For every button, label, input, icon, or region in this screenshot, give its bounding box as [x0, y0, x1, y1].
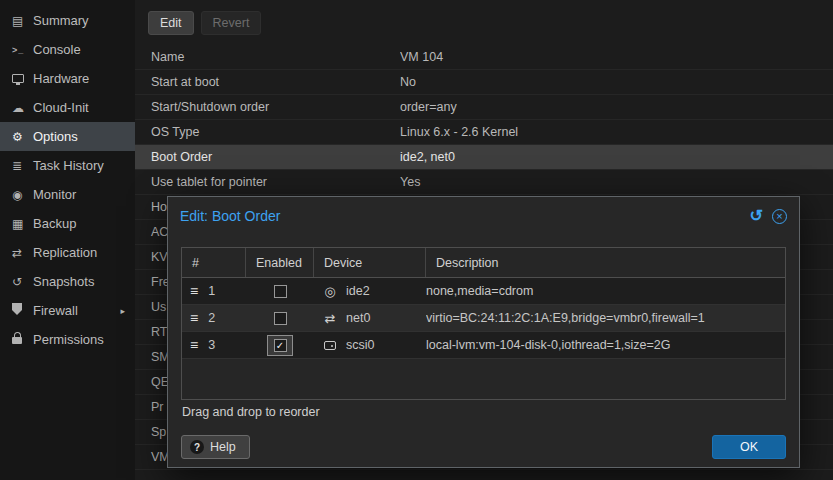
sidebar-item-firewall[interactable]: Firewall ▸: [0, 296, 135, 325]
edit-boot-order-dialog: Edit: Boot Order ↺ × # Enabled Device De…: [167, 196, 800, 468]
disk-icon: [322, 338, 338, 353]
option-name: Boot Order: [135, 150, 400, 164]
help-button-label: Help: [210, 440, 236, 454]
sidebar-item-options[interactable]: ⚙ Options: [0, 122, 135, 151]
sidebar-item-label: Snapshots: [33, 274, 94, 289]
vm-options-page: ▤ Summary >_ Console Hardware ☁ Cloud-In…: [0, 0, 833, 480]
sidebar-item-replication[interactable]: ⇄ Replication: [0, 238, 135, 267]
sidebar-item-label: Firewall: [33, 303, 78, 318]
sidebar-item-task-history[interactable]: ≣ Task History: [0, 151, 135, 180]
drag-handle-icon[interactable]: ≡: [190, 284, 198, 298]
device-description: virtio=BC:24:11:2C:1A:E9,bridge=vmbr0,fi…: [426, 305, 785, 331]
sidebar-item-permissions[interactable]: Permissions: [0, 325, 135, 354]
enabled-checkbox[interactable]: [274, 285, 287, 298]
table-row[interactable]: OS Type Linux 6.x - 2.6 Kernel: [135, 120, 833, 145]
option-value: VM 104: [400, 50, 833, 64]
column-header-device[interactable]: Device: [314, 248, 426, 277]
drag-handle-icon[interactable]: ≡: [190, 311, 198, 325]
column-header-enabled[interactable]: Enabled: [246, 248, 314, 277]
table-row[interactable]: Use tablet for pointer Yes: [135, 170, 833, 195]
device-name: ide2: [346, 284, 370, 298]
list-icon: ≣: [12, 159, 33, 173]
sidebar-item-cloud-init[interactable]: ☁ Cloud-Init: [0, 93, 135, 122]
option-value: Yes: [400, 175, 833, 189]
dialog-header[interactable]: Edit: Boot Order ↺ ×: [168, 197, 799, 235]
sidebar-item-snapshots[interactable]: ↺ Snapshots: [0, 267, 135, 296]
option-name: Use tablet for pointer: [135, 175, 400, 189]
history-icon: ↺: [12, 275, 33, 289]
sidebar-item-label: Console: [33, 42, 81, 57]
shield-icon: [12, 303, 33, 318]
checkbox-focus-editor: [267, 335, 293, 356]
column-header-description[interactable]: Description: [426, 248, 785, 277]
reset-icon[interactable]: ↺: [750, 208, 763, 224]
table-row-boot-order[interactable]: Boot Order ide2, net0: [135, 145, 833, 170]
table-row[interactable]: Start/Shutdown order order=any: [135, 95, 833, 120]
sidebar-item-monitor[interactable]: ◉ Monitor: [0, 180, 135, 209]
sync-arrows-icon: ⇄: [12, 246, 33, 260]
network-icon: ⇄: [322, 311, 338, 326]
ok-button[interactable]: OK: [712, 435, 786, 459]
option-name: Start at boot: [135, 75, 400, 89]
enabled-checkbox[interactable]: [274, 339, 287, 352]
edit-button[interactable]: Edit: [148, 11, 194, 35]
option-name: Start/Shutdown order: [135, 100, 400, 114]
question-icon: ?: [190, 440, 204, 454]
grid-header: # Enabled Device Description: [182, 248, 785, 278]
sidebar: ▤ Summary >_ Console Hardware ☁ Cloud-In…: [0, 0, 135, 480]
option-value: ide2, net0: [400, 150, 833, 164]
option-name: Name: [135, 50, 400, 64]
sidebar-item-backup[interactable]: ▦ Backup: [0, 209, 135, 238]
option-name: OS Type: [135, 125, 400, 139]
sidebar-item-label: Monitor: [33, 187, 76, 202]
dialog-title: Edit: Boot Order: [180, 208, 280, 224]
device-description: local-lvm:vm-104-disk-0,iothread=1,size=…: [426, 332, 785, 358]
drag-drop-hint: Drag and drop to reorder: [182, 405, 320, 419]
table-row[interactable]: Name VM 104: [135, 45, 833, 70]
help-button[interactable]: ? Help: [181, 435, 250, 459]
device-name: scsi0: [346, 338, 374, 352]
enabled-checkbox[interactable]: [274, 312, 287, 325]
sidebar-item-console[interactable]: >_ Console: [0, 35, 135, 64]
dialog-footer: ? Help OK: [181, 435, 786, 459]
terminal-icon: >_: [12, 45, 33, 55]
cloud-icon: ☁: [12, 101, 33, 115]
floppy-icon: ▦: [12, 217, 33, 231]
revert-button[interactable]: Revert: [201, 11, 262, 35]
options-toolbar: Edit Revert: [135, 0, 833, 45]
chevron-right-icon: ▸: [120, 306, 125, 316]
gear-icon: ⚙: [12, 130, 33, 144]
display-icon: [12, 72, 33, 86]
book-icon: ▤: [12, 14, 33, 28]
sidebar-item-label: Replication: [33, 245, 97, 260]
device-name: net0: [346, 311, 370, 325]
boot-entry-row[interactable]: ≡ 2 ⇄ net0 virtio=BC:24:11:2C:1A:E9,brid…: [182, 305, 785, 332]
padlock-icon: [12, 332, 33, 347]
drag-handle-icon[interactable]: ≡: [190, 338, 198, 352]
sidebar-item-label: Options: [33, 129, 78, 144]
dialog-header-tools: ↺ ×: [750, 208, 787, 224]
boot-entry-row[interactable]: ≡ 1 ◎ ide2 none,media=cdrom: [182, 278, 785, 305]
option-value: order=any: [400, 100, 833, 114]
option-value: Linux 6.x - 2.6 Kernel: [400, 125, 833, 139]
column-header-number[interactable]: #: [182, 248, 246, 277]
sidebar-item-label: Summary: [33, 13, 89, 28]
device-description: none,media=cdrom: [426, 278, 785, 304]
eye-icon: ◉: [12, 188, 33, 202]
boot-order-grid: # Enabled Device Description ≡ 1 ◎ ide2 …: [181, 247, 786, 400]
sidebar-item-label: Cloud-Init: [33, 100, 89, 115]
option-value: No: [400, 75, 833, 89]
sidebar-item-label: Permissions: [33, 332, 104, 347]
close-icon[interactable]: ×: [772, 209, 787, 224]
sidebar-item-label: Backup: [33, 216, 76, 231]
sidebar-item-label: Task History: [33, 158, 104, 173]
boot-entry-number: 3: [208, 338, 215, 352]
boot-entry-number: 2: [208, 311, 215, 325]
sidebar-item-summary[interactable]: ▤ Summary: [0, 6, 135, 35]
cdrom-icon: ◎: [322, 284, 338, 299]
sidebar-item-hardware[interactable]: Hardware: [0, 64, 135, 93]
boot-entry-row[interactable]: ≡ 3 scsi0 local-lvm:vm-104-disk-0,iothre…: [182, 332, 785, 359]
table-row[interactable]: Start at boot No: [135, 70, 833, 95]
boot-entry-number: 1: [208, 284, 215, 298]
sidebar-item-label: Hardware: [33, 71, 89, 86]
